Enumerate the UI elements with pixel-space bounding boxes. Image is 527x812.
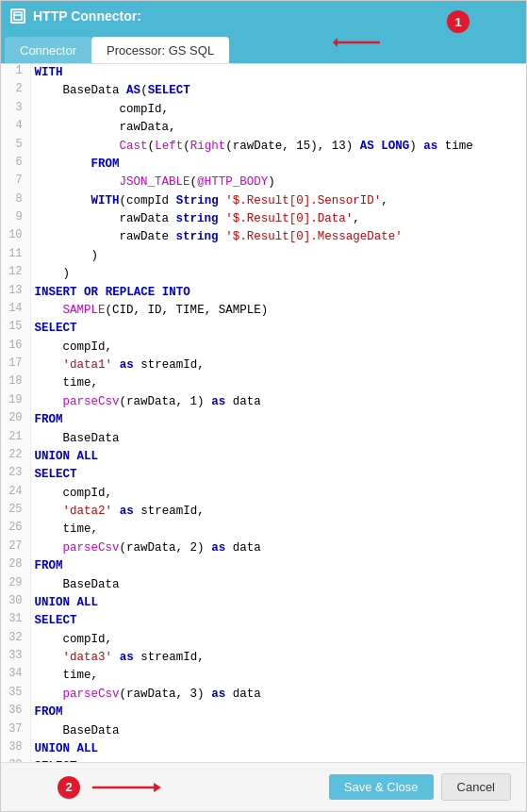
line-number: 35 xyxy=(1,686,30,704)
footer: 2 Save & Close Cancel xyxy=(1,762,526,811)
line-number: 19 xyxy=(1,393,30,411)
line-number: 8 xyxy=(1,192,30,210)
code-content: FROM xyxy=(30,156,526,174)
line-number: 31 xyxy=(1,612,30,630)
code-content: UNION ALL xyxy=(30,740,526,758)
table-row: 36FROM xyxy=(1,704,526,721)
code-editor[interactable]: 1WITH2 BaseData AS(SELECT3 compId,4 rawD… xyxy=(1,63,526,762)
table-row: 8 WITH(compId String '$.Result[0].Sensor… xyxy=(1,192,526,210)
code-content: ) xyxy=(30,265,526,283)
line-number: 12 xyxy=(1,265,30,283)
code-content: BaseData xyxy=(30,576,526,594)
tab-connector[interactable]: Connector xyxy=(5,37,91,63)
table-row: 23SELECT xyxy=(1,466,526,484)
table-row: 27 parseCsv(rawData, 2) as data xyxy=(1,539,526,557)
footer-arrow xyxy=(88,778,163,797)
line-number: 25 xyxy=(1,503,30,521)
table-row: 15SELECT xyxy=(1,320,526,338)
table-row: 10 rawDate string '$.Result[0].MessageDa… xyxy=(1,228,526,246)
tab-bar: 1 Connector Processor: GS SQL xyxy=(1,31,526,63)
table-row: 28FROM xyxy=(1,557,526,575)
table-row: 38UNION ALL xyxy=(1,740,526,758)
code-content: time, xyxy=(30,667,526,685)
code-table: 1WITH2 BaseData AS(SELECT3 compId,4 rawD… xyxy=(1,64,526,762)
annotation-1: 1 xyxy=(447,10,469,33)
table-row: 17 'data1' as streamId, xyxy=(1,356,526,374)
table-row: 29 BaseData xyxy=(1,576,526,594)
cancel-button[interactable]: Cancel xyxy=(441,773,511,801)
table-row: 3 compId, xyxy=(1,101,526,119)
line-number: 36 xyxy=(1,704,30,721)
table-row: 24 compId, xyxy=(1,485,526,503)
line-number: 22 xyxy=(1,448,30,466)
line-number: 17 xyxy=(1,356,30,374)
tab-arrow xyxy=(333,33,389,52)
line-number: 2 xyxy=(1,82,30,100)
window-icon xyxy=(10,8,25,24)
table-row: 32 compId, xyxy=(1,631,526,649)
code-content: WITH(compId String '$.Result[0].SensorID… xyxy=(30,192,526,210)
line-number: 24 xyxy=(1,485,30,503)
line-number: 33 xyxy=(1,649,30,667)
line-number: 11 xyxy=(1,247,30,265)
line-number: 30 xyxy=(1,594,30,612)
line-number: 34 xyxy=(1,667,30,685)
code-content: SELECT xyxy=(30,320,526,338)
line-number: 14 xyxy=(1,302,30,320)
svg-marker-5 xyxy=(154,783,161,792)
line-number: 10 xyxy=(1,228,30,246)
line-number: 9 xyxy=(1,210,30,228)
line-number: 16 xyxy=(1,339,30,356)
code-content: parseCsv(rawData, 2) as data xyxy=(30,539,526,557)
footer-annotation: 2 xyxy=(58,776,163,799)
title-text: HTTP Connector: xyxy=(33,8,141,24)
code-content: 'data1' as streamId, xyxy=(30,356,526,374)
table-row: 25 'data2' as streamId, xyxy=(1,503,526,521)
code-content: parseCsv(rawData, 1) as data xyxy=(30,393,526,411)
table-row: 2 BaseData AS(SELECT xyxy=(1,82,526,100)
table-row: 18 time, xyxy=(1,374,526,392)
table-row: 19 parseCsv(rawData, 1) as data xyxy=(1,393,526,411)
line-number: 28 xyxy=(1,557,30,575)
code-content: compId, xyxy=(30,339,526,356)
code-content: time, xyxy=(30,521,526,539)
line-number: 5 xyxy=(1,138,30,156)
line-number: 38 xyxy=(1,740,30,758)
code-content: BaseData AS(SELECT xyxy=(30,82,526,100)
code-content: 'data3' as streamId, xyxy=(30,649,526,667)
line-number: 26 xyxy=(1,521,30,539)
line-number: 13 xyxy=(1,284,30,302)
code-content: UNION ALL xyxy=(30,594,526,612)
line-number: 15 xyxy=(1,320,30,338)
code-content: parseCsv(rawData, 3) as data xyxy=(30,686,526,704)
svg-rect-0 xyxy=(14,12,22,20)
line-number: 21 xyxy=(1,430,30,448)
code-content: SAMPLE(CID, ID, TIME, SAMPLE) xyxy=(30,302,526,320)
tab-processor[interactable]: Processor: GS SQL xyxy=(91,37,229,63)
table-row: 4 rawData, xyxy=(1,119,526,137)
code-content: 'data2' as streamId, xyxy=(30,503,526,521)
code-content: rawDate string '$.Result[0].MessageDate' xyxy=(30,228,526,246)
table-row: 37 BaseData xyxy=(1,722,526,740)
code-content: FROM xyxy=(30,704,526,721)
code-content: compId, xyxy=(30,101,526,119)
code-content: time, xyxy=(30,374,526,392)
code-content: compId, xyxy=(30,485,526,503)
code-content: SELECT xyxy=(30,612,526,630)
code-content: BaseData xyxy=(30,430,526,448)
code-content: UNION ALL xyxy=(30,448,526,466)
code-content: FROM xyxy=(30,557,526,575)
table-row: 34 time, xyxy=(1,667,526,685)
code-content: BaseData xyxy=(30,722,526,740)
table-row: 5 Cast(Left(Right(rawDate, 15), 13) AS L… xyxy=(1,138,526,156)
line-number: 18 xyxy=(1,374,30,392)
table-row: 12 ) xyxy=(1,265,526,283)
table-row: 6 FROM xyxy=(1,156,526,174)
code-content: WITH xyxy=(30,64,526,82)
line-number: 27 xyxy=(1,539,30,557)
code-content: Cast(Left(Right(rawDate, 15), 13) AS LON… xyxy=(30,138,526,156)
code-content: ) xyxy=(30,247,526,265)
save-close-button[interactable]: Save & Close xyxy=(329,774,434,800)
line-number: 32 xyxy=(1,631,30,649)
table-row: 26 time, xyxy=(1,521,526,539)
